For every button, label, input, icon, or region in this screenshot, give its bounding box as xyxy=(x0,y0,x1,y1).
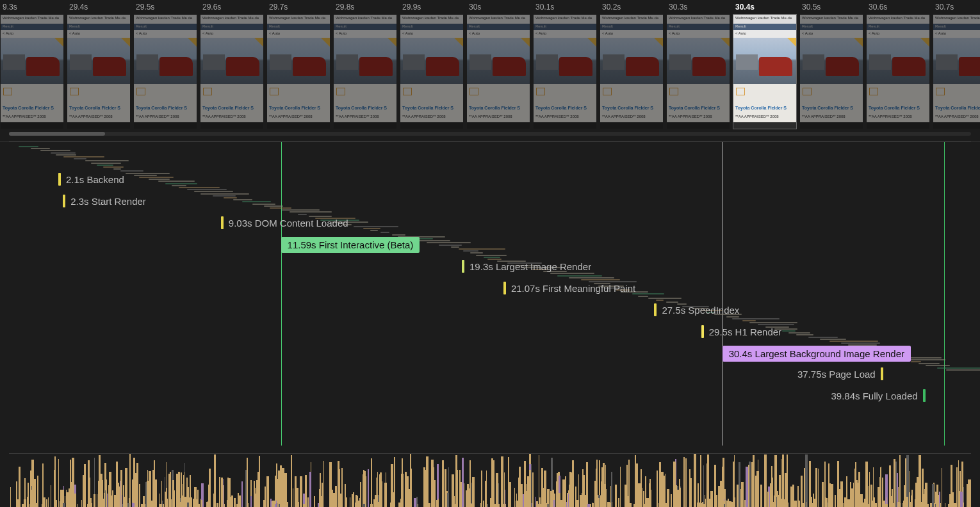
waterfall-request-bar[interactable] xyxy=(820,339,846,340)
filmstrip-frame[interactable]: Wohnwagen kaufen Trade Me deResult< Auto… xyxy=(799,14,863,129)
waterfall-request-bar[interactable] xyxy=(19,146,38,147)
waterfall-request-bar[interactable] xyxy=(782,330,795,332)
waterfall-request-bar[interactable] xyxy=(749,322,797,323)
waterfall-request-bar[interactable] xyxy=(242,201,271,202)
waterfall-request-bar[interactable] xyxy=(252,204,275,205)
filmstrip-frame[interactable]: Wohnwagen kaufen Trade Me deResult< Auto… xyxy=(266,14,331,129)
waterfall-request-bar[interactable] xyxy=(451,246,460,248)
flame-bar xyxy=(318,503,319,507)
waterfall-request-bar[interactable] xyxy=(569,277,614,278)
waterfall-request-bar[interactable] xyxy=(282,209,320,211)
waterfall-request-bar[interactable] xyxy=(648,298,682,299)
timeline-guideline xyxy=(944,142,945,446)
waterfall-panel[interactable]: 2.1s Backend2.3s Start Render9.03s DOM C… xyxy=(0,141,980,446)
waterfall-request-bar[interactable] xyxy=(796,334,813,335)
waterfall-request-bar[interactable] xyxy=(911,361,921,362)
waterfall-request-bar[interactable] xyxy=(427,242,470,243)
filmstrip-frame[interactable]: Wohnwagen kaufen Trade Me deResult< Auto… xyxy=(600,14,664,129)
waterfall-request-bar[interactable] xyxy=(194,191,233,192)
filmstrip-frame[interactable]: Wohnwagen kaufen Trade Me deResult< Auto… xyxy=(666,14,730,129)
filmstrip-frame[interactable]: Wohnwagen kaufen Trade Me deResult< Auto… xyxy=(866,14,930,129)
waterfall-request-bar[interactable] xyxy=(126,173,170,174)
waterfall-request-bar[interactable] xyxy=(919,363,940,364)
waterfall-request-bar[interactable] xyxy=(459,248,505,250)
activity-flame-chart[interactable] xyxy=(9,453,971,507)
waterfall-request-bar[interactable] xyxy=(74,158,86,159)
waterfall-request-bar[interactable] xyxy=(363,228,380,229)
waterfall-request-bar[interactable] xyxy=(31,148,50,149)
waterfall-request-bar[interactable] xyxy=(656,300,664,301)
waterfall-request-bar[interactable] xyxy=(463,250,478,252)
waterfall-request-bar[interactable] xyxy=(97,165,113,166)
waterfall-request-bar[interactable] xyxy=(40,150,70,151)
waterfall-request-bar[interactable] xyxy=(788,332,810,334)
flame-bar xyxy=(432,467,434,507)
flame-bar xyxy=(874,497,875,507)
waterfall-request-bar[interactable] xyxy=(149,179,170,180)
waterfall-request-bar[interactable] xyxy=(264,205,283,207)
waterfall-request-bar[interactable] xyxy=(392,234,405,236)
waterfall-request-bar[interactable] xyxy=(85,160,129,161)
waterfall-request-bar[interactable] xyxy=(732,318,780,319)
flame-bar xyxy=(956,467,958,507)
waterfall-request-bar[interactable] xyxy=(439,245,462,246)
waterfall-request-bar[interactable] xyxy=(51,152,76,154)
waterfall-request-bar[interactable] xyxy=(56,154,77,156)
flame-bar xyxy=(954,504,956,507)
filmstrip-frame[interactable]: Wohnwagen kaufen Trade Me deResult< Auto… xyxy=(733,14,797,129)
waterfall-request-bar[interactable] xyxy=(158,181,195,182)
waterfall-request-bar[interactable] xyxy=(470,252,483,254)
flame-bar xyxy=(374,503,376,507)
waterfall-request-bar[interactable] xyxy=(139,177,174,178)
filmstrip-frame[interactable]: Wohnwagen kaufen Trade Me deResult< Auto… xyxy=(0,14,64,129)
flame-bar xyxy=(685,458,687,507)
flame-bar xyxy=(865,462,868,507)
waterfall-request-bar[interactable] xyxy=(946,369,980,371)
waterfall-request-bar[interactable] xyxy=(165,183,197,184)
waterfall-request-bar[interactable] xyxy=(134,175,156,176)
waterfall-request-bar[interactable] xyxy=(179,187,220,188)
filmstrip-frame[interactable]: Wohnwagen kaufen Trade Me deResult< Auto… xyxy=(400,14,464,129)
waterfall-request-bar[interactable] xyxy=(290,211,331,213)
waterfall-request-bar[interactable] xyxy=(742,320,756,321)
waterfall-request-bar[interactable] xyxy=(172,185,186,186)
waterfall-request-bar[interactable] xyxy=(632,293,664,294)
waterfall-request-bar[interactable] xyxy=(926,365,950,366)
waterfall-request-bar[interactable] xyxy=(484,257,500,258)
filmstrip-scrollbar[interactable] xyxy=(9,132,971,136)
filmstrip-scrollbar-thumb[interactable] xyxy=(9,132,105,136)
waterfall-request-bar[interactable] xyxy=(418,240,450,241)
waterfall-request-bar[interactable] xyxy=(808,337,838,338)
filmstrip-frame[interactable]: Wohnwagen kaufen Trade Me deResult< Auto… xyxy=(133,14,197,129)
filmstrip-frame[interactable]: Wohnwagen kaufen Trade Me deResult< Auto… xyxy=(933,14,980,129)
waterfall-request-bar[interactable] xyxy=(63,156,104,157)
frame-site-header: Result xyxy=(334,24,396,30)
filmstrip-frame[interactable]: Wohnwagen kaufen Trade Me deResult< Auto… xyxy=(533,14,597,129)
waterfall-request-bar[interactable] xyxy=(103,166,124,168)
waterfall-request-bar[interactable] xyxy=(937,367,980,369)
filmstrip-frame[interactable]: Wohnwagen kaufen Trade Me deResult< Auto… xyxy=(333,14,397,129)
metric-tick-icon xyxy=(923,389,926,402)
waterfall-request-bar[interactable] xyxy=(213,195,236,197)
waterfall-request-bar[interactable] xyxy=(270,207,291,209)
waterfall-request-bar[interactable] xyxy=(557,275,603,277)
waterfall-request-bar[interactable] xyxy=(476,255,507,256)
flame-bar xyxy=(813,494,814,507)
waterfall-request-bar[interactable] xyxy=(370,230,378,231)
filmstrip-frame[interactable]: Wohnwagen kaufen Trade Me deResult< Auto… xyxy=(200,14,264,129)
waterfall-request-bar[interactable] xyxy=(91,163,120,164)
timeline-canvas[interactable]: 2.1s Backend2.3s Start Render9.03s DOM C… xyxy=(9,141,971,446)
waterfall-request-bar[interactable] xyxy=(380,232,389,233)
waterfall-request-bar[interactable] xyxy=(841,342,880,344)
waterfall-request-bar[interactable] xyxy=(829,341,878,342)
waterfall-request-bar[interactable] xyxy=(224,197,237,198)
waterfall-request-bar[interactable] xyxy=(200,193,250,195)
waterfall-request-bar[interactable] xyxy=(187,189,226,190)
waterfall-request-bar[interactable] xyxy=(638,296,648,297)
waterfall-request-bar[interactable] xyxy=(354,226,398,227)
filmstrip-frame[interactable]: Wohnwagen kaufen Trade Me deResult< Auto… xyxy=(466,14,530,129)
filmstrip-frame[interactable]: Wohnwagen kaufen Trade Me deResult< Auto… xyxy=(67,14,131,129)
waterfall-request-bar[interactable] xyxy=(113,168,121,170)
filmstrip[interactable]: Wohnwagen kaufen Trade Me deResult< Auto… xyxy=(0,14,980,129)
waterfall-request-bar[interactable] xyxy=(233,199,252,200)
